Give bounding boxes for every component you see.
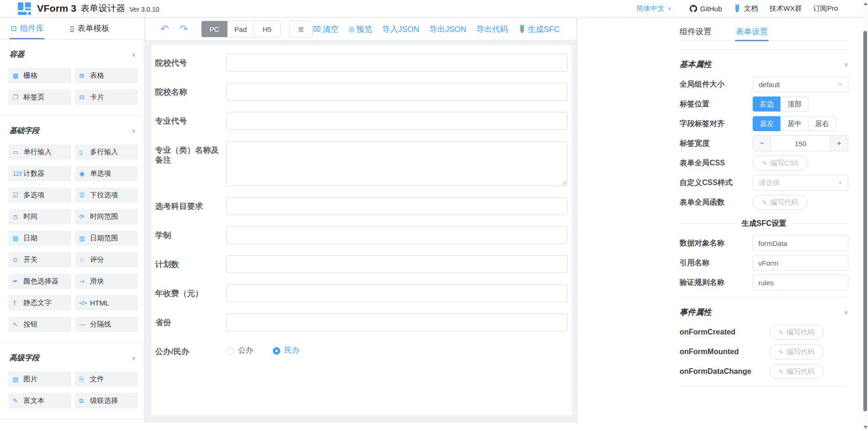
widget-item-checkbox[interactable]: ☑多选项 (8, 187, 71, 203)
clear-button[interactable]: ⌧ 清空 (313, 24, 338, 35)
widget-item-html[interactable]: </>HTML (75, 295, 138, 311)
field-input-box[interactable] (226, 112, 568, 130)
chevron-down-icon: ∨ (131, 127, 136, 134)
widget-item-card[interactable]: ⊟卡片 (75, 89, 138, 105)
settings-panel: 组件设置 表单设置 基本属性 ∨ 全局组件大小 default ∨ (577, 18, 868, 423)
label-position-left[interactable]: 左边 (753, 97, 781, 111)
write-css-button[interactable]: ✎ 编写CSS (753, 156, 808, 171)
radio-option[interactable]: 民办 (273, 346, 299, 356)
field-input-box[interactable] (226, 284, 568, 302)
widget-item-slider[interactable]: ⊸滑块 (75, 274, 138, 289)
field-label: 公办/民办 (155, 342, 226, 357)
docs-link[interactable]: ∨∨∨ 文档 (733, 4, 758, 13)
decrease-button[interactable]: − (753, 136, 771, 151)
scrollbar-thumb[interactable] (863, 31, 867, 411)
tab-component-library[interactable]: ⊡ 组件库 (10, 18, 44, 39)
widget-item-grid[interactable]: ▦栅格 (8, 68, 71, 83)
form-field-input[interactable]: 专业代号 (155, 112, 568, 130)
widget-item-select[interactable]: ☰下拉选项 (75, 187, 138, 203)
edit-code-button[interactable]: ✎编写代码 (769, 325, 824, 340)
tab-form-templates[interactable]: ▯ 表单模板 (70, 18, 109, 39)
widget-item-color[interactable]: ✒颜色选择器 (8, 274, 71, 289)
form-field-radio[interactable]: 公办/民办公办民办 (155, 342, 568, 357)
device-pad[interactable]: Pad (228, 21, 254, 37)
widget-item-rate[interactable]: ☆评分 (75, 252, 138, 268)
basic-props-header[interactable]: 基本属性 ∨ (680, 59, 848, 70)
form-field-textarea[interactable]: 专业（类）名称及备注 (155, 141, 568, 186)
form-field-input[interactable]: 院校名称 (155, 83, 568, 101)
tab-form-settings[interactable]: 表单设置 (736, 22, 768, 41)
field-input-box[interactable] (226, 83, 568, 101)
redo-button[interactable]: ↷ (178, 24, 188, 34)
widget-item-button[interactable]: ↖按钮 (8, 317, 71, 332)
data-object-input[interactable] (753, 235, 848, 251)
scrollbar-down-arrow-icon[interactable] (864, 426, 868, 429)
device-pc[interactable]: PC (202, 21, 228, 37)
node-tree-button[interactable]: ≣ (289, 21, 313, 37)
label-align-right[interactable]: 居右 (808, 116, 836, 131)
widget-size-select[interactable]: default ∨ (753, 76, 848, 92)
form-field-input[interactable]: 年收费（元） (155, 284, 568, 302)
increase-button[interactable]: + (830, 136, 848, 151)
widget-item-divider[interactable]: —分隔线 (75, 317, 138, 332)
widget-item-picture[interactable]: ▧图片 (8, 372, 71, 387)
field-input-box[interactable] (226, 313, 568, 331)
widget-item-table[interactable]: ⊞表格 (75, 68, 138, 83)
field-input-box[interactable] (226, 54, 568, 72)
subscribe-pro-link[interactable]: 订阅Pro (813, 4, 838, 13)
widget-item-number[interactable]: 123计数器 (8, 166, 71, 181)
export-code-button[interactable]: 导出代码 (476, 24, 508, 35)
radio-option[interactable]: 公办 (226, 346, 253, 356)
section-header[interactable]: 容器∨ (9, 50, 136, 59)
export-json-button[interactable]: 导出JSON (429, 24, 466, 35)
label-align-left[interactable]: 居左 (753, 116, 781, 131)
form-canvas[interactable]: 院校代号院校名称专业代号专业（类）名称及备注选考科目要求学制计划数年收费（元）省… (145, 41, 576, 423)
form-field-input[interactable]: 选考科目要求 (155, 197, 568, 215)
section-header[interactable]: 高级字段∨ (9, 353, 136, 363)
widget-item-tab[interactable]: ❐标签页 (8, 89, 71, 105)
label-align-center[interactable]: 居中 (780, 116, 808, 131)
section-header[interactable]: 基础字段∨ (9, 126, 136, 136)
field-input-box[interactable] (226, 226, 568, 244)
widget-item-textarea[interactable]: ▯多行输入 (75, 144, 138, 160)
widget-item-file[interactable]: ⎘文件 (75, 372, 138, 387)
generate-sfc-button[interactable]: ∨∨∨ 生成SFC (518, 24, 560, 35)
field-textarea-box[interactable] (226, 141, 568, 186)
field-input-box[interactable] (226, 197, 568, 215)
github-link[interactable]: GitHub (689, 5, 722, 13)
ref-name-input[interactable] (753, 255, 848, 271)
widget-item-switch[interactable]: ⊙开关 (8, 252, 71, 268)
wx-group-link[interactable]: 技术WX群 (769, 4, 801, 13)
form-field-input[interactable]: 计划数 (155, 255, 568, 273)
widget-item-date-range[interactable]: ▥日期范围 (75, 230, 138, 246)
widget-item-cascader[interactable]: ⧉级联选择 (75, 393, 138, 409)
device-h5[interactable]: H5 (254, 21, 280, 37)
widget-item-time-range[interactable]: ⟳时间范围 (75, 209, 138, 224)
window-scrollbar[interactable] (863, 0, 868, 431)
form-field-input[interactable]: 省份 (155, 313, 568, 331)
widget-item-static-text[interactable]: T静态文字 (8, 295, 71, 311)
tab-widget-settings[interactable]: 组件设置 (680, 22, 711, 41)
label-position-top[interactable]: 顶部 (780, 97, 808, 111)
scrollbar-up-arrow-icon[interactable] (864, 2, 868, 5)
widget-item-date[interactable]: ▤日期 (8, 230, 71, 246)
edit-code-button[interactable]: ✎编写代码 (769, 344, 824, 359)
radio-icon: ◉ (79, 170, 90, 177)
undo-button[interactable]: ↶ (159, 24, 170, 34)
widget-item-input[interactable]: ▭单行输入 (8, 144, 71, 160)
custom-css-select[interactable]: 请选择 ∨ (753, 175, 848, 191)
preview-button[interactable]: ◎ 预览 (348, 24, 372, 35)
event-props-header[interactable]: 事件属性 ∨ (680, 307, 848, 318)
field-input-box[interactable] (226, 255, 568, 273)
label-width-input[interactable] (771, 136, 830, 151)
widget-item-radio[interactable]: ◉单选项 (75, 166, 138, 181)
import-json-button[interactable]: 导入JSON (382, 24, 419, 35)
form-field-input[interactable]: 院校代号 (155, 54, 568, 72)
write-code-button[interactable]: ✎ 编写代码 (753, 195, 808, 210)
language-selector[interactable]: 简体中文 ∨ (636, 4, 672, 13)
rules-name-input[interactable] (753, 275, 848, 290)
widget-item-time[interactable]: ◷时间 (8, 209, 71, 224)
form-field-input[interactable]: 学制 (155, 226, 568, 244)
edit-code-button[interactable]: ✎编写代码 (769, 364, 824, 379)
widget-item-rich-editor[interactable]: ✎富文本 (8, 393, 71, 409)
